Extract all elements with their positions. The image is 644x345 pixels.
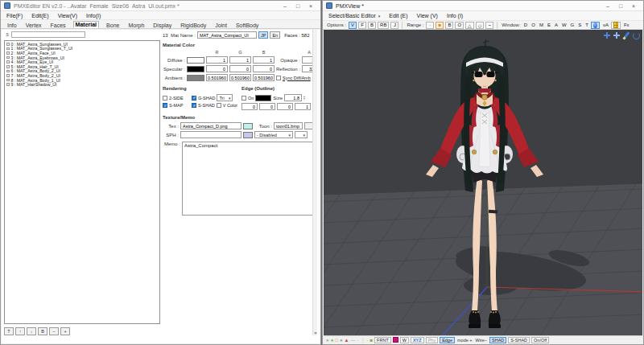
range-square-button[interactable]: ■: [436, 22, 444, 29]
joint-display-icon[interactable]: —: [350, 338, 355, 343]
specular-r[interactable]: [206, 65, 228, 72]
tab-rigidbody[interactable]: RigidBody: [179, 23, 208, 28]
tab-display[interactable]: Display: [151, 23, 173, 28]
tab-info[interactable]: Info: [6, 23, 19, 28]
gshad-mode-dropdown[interactable]: Tri ▾: [217, 94, 233, 101]
material-visible-checkbox[interactable]: [6, 79, 10, 82]
close-button[interactable]: ×: [304, 2, 317, 10]
view-titlebar[interactable]: PMXView * – □ ×: [323, 1, 643, 11]
pen-tool-icon[interactable]: [622, 31, 630, 39]
sync-diff-amb-checkbox[interactable]: [276, 76, 281, 80]
list-bottom-button[interactable]: B: [38, 327, 47, 335]
ambient-color-swatch[interactable]: [187, 75, 204, 81]
material-list[interactable]: 0 : MAT_Astra_Sunglasses_UI 1 : MAT_Astr…: [4, 40, 160, 324]
specular-b[interactable]: [253, 65, 275, 72]
tab-vertex[interactable]: Vertex: [24, 23, 43, 28]
menu-info[interactable]: Info (I): [447, 13, 463, 18]
list-remove-button[interactable]: −: [49, 327, 59, 335]
menu-edit[interactable]: Edit(E): [31, 13, 48, 18]
material-visible-checkbox[interactable]: [6, 70, 10, 73]
material-visible-checkbox[interactable]: [6, 47, 10, 51]
material-visible-checkbox[interactable]: [6, 83, 10, 86]
tab-morph[interactable]: Morph: [126, 23, 146, 28]
option-face-button[interactable]: F: [358, 22, 366, 29]
shad-toggle-button[interactable]: SHAD: [489, 337, 506, 343]
tab-joint[interactable]: Joint: [213, 23, 229, 28]
minimize-button[interactable]: –: [601, 2, 614, 10]
background-color-swatch[interactable]: [393, 337, 398, 343]
edge-a[interactable]: [295, 103, 311, 110]
sphere-view-button[interactable]: [591, 22, 600, 29]
vertex-display-icon[interactable]: ●: [326, 338, 329, 343]
close-button[interactable]: ×: [627, 2, 640, 10]
grid-display-icon[interactable]: ■: [369, 338, 373, 343]
range-o-button[interactable]: O: [455, 22, 464, 29]
pan-tool-icon[interactable]: [613, 31, 621, 39]
specular-color-swatch[interactable]: [187, 66, 204, 72]
material-visible-checkbox[interactable]: [6, 60, 10, 64]
material-filter-input[interactable]: [11, 31, 85, 38]
tab-bone[interactable]: Bone: [105, 23, 121, 28]
quad-view-button[interactable]: [611, 22, 621, 29]
range-diamond-button[interactable]: ◇: [476, 22, 485, 29]
axis-display-icon[interactable]: ⋮: [360, 338, 365, 343]
option-vertex-button[interactable]: V: [349, 22, 357, 29]
window-e-button[interactable]: E: [546, 23, 551, 27]
sph-preview-swatch[interactable]: [243, 132, 253, 138]
gshad-checkbox[interactable]: [192, 96, 196, 101]
ambient-b[interactable]: [253, 74, 275, 81]
vcolor-checkbox[interactable]: [217, 103, 221, 108]
memo-textarea[interactable]: Astra_Compact: [182, 142, 314, 216]
va-button[interactable]: vA: [601, 23, 609, 27]
face-display-icon[interactable]: □: [335, 338, 338, 343]
sph-mode-dropdown[interactable]: - Disabled ▾: [254, 131, 293, 138]
range-dot-button[interactable]: ·: [426, 22, 434, 29]
extra-dropdown[interactable]: ▾: [295, 131, 308, 138]
tab-softbody[interactable]: SoftBody: [234, 23, 260, 28]
range-wave-button[interactable]: ~: [485, 22, 493, 29]
menu-file[interactable]: File(F): [6, 13, 23, 18]
edge-g[interactable]: [259, 103, 275, 110]
specular-g[interactable]: [229, 65, 251, 72]
list-down-button[interactable]: ↓: [27, 327, 36, 335]
material-visible-checkbox[interactable]: [6, 56, 10, 60]
select-mode-dropdown[interactable]: Select/Basic Editor ▾: [328, 13, 380, 18]
mat-name-input[interactable]: [197, 31, 257, 39]
bone-display-icon[interactable]: ●: [340, 338, 343, 343]
menu-view[interactable]: View(V): [58, 13, 77, 18]
window-t-button[interactable]: T: [584, 23, 590, 27]
wire-dropdown[interactable]: Wire−: [475, 338, 489, 343]
maximize-button[interactable]: □: [614, 2, 627, 10]
front-view-button[interactable]: FRNT: [374, 337, 391, 343]
material-visible-checkbox[interactable]: [6, 65, 10, 68]
material-visible-checkbox[interactable]: [6, 51, 10, 55]
tex-input[interactable]: [180, 122, 242, 129]
spinner-icon[interactable]: ▴▾: [303, 96, 305, 101]
maximize-button[interactable]: □: [291, 2, 304, 10]
viewport-3d[interactable]: [324, 30, 642, 337]
edge-color-swatch[interactable]: [255, 95, 271, 101]
list-top-button[interactable]: T: [4, 327, 14, 335]
minimize-button[interactable]: –: [279, 2, 291, 10]
range-b-button[interactable]: B: [445, 22, 453, 29]
window-a-button[interactable]: A: [553, 23, 559, 27]
list-add-button[interactable]: +: [60, 327, 70, 335]
two-side-checkbox[interactable]: [163, 96, 167, 101]
rotate-tool-icon[interactable]: [632, 31, 640, 39]
move-tool-icon[interactable]: [603, 31, 611, 39]
material-list-item[interactable]: 9 : MAT_HairShadow_UI: [5, 82, 159, 87]
diffuse-b[interactable]: [253, 56, 275, 64]
ambient-r[interactable]: [206, 74, 228, 81]
edge-b[interactable]: [277, 103, 293, 110]
rigidbody-display-icon[interactable]: ▲: [345, 338, 349, 343]
en-name-button[interactable]: En: [270, 31, 280, 39]
edge-toggle-button[interactable]: Edge: [440, 337, 455, 343]
smap-checkbox[interactable]: [163, 103, 167, 108]
menu-info[interactable]: Info(I): [86, 13, 101, 18]
edge-on-checkbox[interactable]: [242, 96, 246, 101]
option-joint-button[interactable]: J: [390, 22, 398, 29]
diffuse-color-swatch[interactable]: [187, 57, 204, 64]
window-o-button[interactable]: O: [530, 23, 537, 27]
window-g-button[interactable]: G: [569, 23, 576, 27]
material-visible-checkbox[interactable]: [6, 74, 10, 77]
